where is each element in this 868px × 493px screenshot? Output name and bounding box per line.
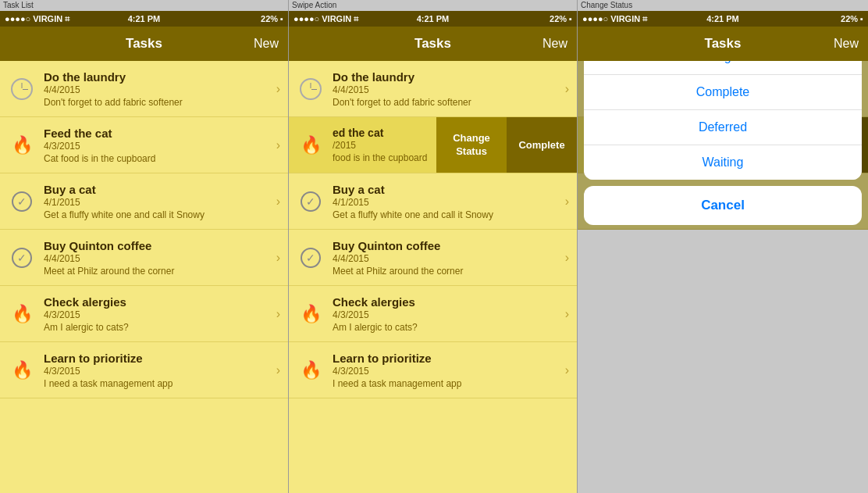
- complete-button-2[interactable]: Complete: [507, 117, 577, 173]
- change-status-overlay: Change Status Not Started In Progress Co…: [578, 61, 868, 230]
- task-row-3[interactable]: ✓ Buy a cat 4/1/2015 Get a fluffy white …: [0, 173, 288, 230]
- task-icon-fire-2: 🔥: [8, 131, 36, 159]
- chevron-6: ›: [276, 363, 280, 377]
- nav-bar-3: Tasks New: [578, 27, 868, 61]
- swipe-fire-icon-6: 🔥: [301, 362, 322, 379]
- nav-title-2: Tasks: [414, 36, 451, 52]
- swipe-task-title-1: Do the laundry: [333, 70, 562, 84]
- battery-pct-3: 22%: [841, 14, 858, 23]
- swipe-fire-icon-2: 🔥: [301, 137, 322, 154]
- task-row-2[interactable]: 🔥 Feed the cat 4/3/2015 Cat food is in t…: [0, 117, 288, 173]
- task-note-1: Don't forget to add fabric softener: [44, 97, 273, 108]
- swipe-clock-icon-1: [300, 78, 322, 100]
- swipe-task-content-6: Learn to prioritize 4/3/2015 I need a ta…: [333, 352, 562, 389]
- task-content-1: Do the laundry 4/4/2015 Don't forget to …: [44, 70, 273, 108]
- action-sheet: Change Status Not Started In Progress Co…: [584, 61, 862, 180]
- swipe-task-icon-4: ✓: [297, 244, 325, 272]
- action-sheet-in-progress[interactable]: In Progress: [584, 61, 862, 75]
- task-content-6: Learn to prioritize 4/3/2015 I need a ta…: [44, 352, 273, 389]
- task-note-5: Am I alergic to cats?: [44, 322, 273, 333]
- swipe-task-icon-6: 🔥: [297, 356, 325, 384]
- swipe-task-row-4[interactable]: ✓ Buy Quinton coffee 4/4/2015 Meet at Ph…: [289, 230, 577, 286]
- task-icon-clock-1: [8, 75, 36, 103]
- action-sheet-deferred[interactable]: Deferred: [584, 110, 862, 145]
- fire-icon-2: 🔥: [12, 137, 33, 154]
- task-title-5: Check alergies: [44, 295, 273, 309]
- swipe-task-note-1: Don't forget to add fabric softener: [333, 97, 562, 108]
- task-list-1: Do the laundry 4/4/2015 Don't forget to …: [0, 61, 288, 493]
- battery-icon-2: ▪: [569, 14, 572, 23]
- swipe-task-row-5[interactable]: 🔥 Check alergies 4/3/2015 Am I alergic t…: [289, 286, 577, 342]
- wifi-icon-2: ⌗: [354, 14, 358, 24]
- swipe-task-icon-5: 🔥: [297, 300, 325, 328]
- nav-title-1: Tasks: [126, 36, 162, 52]
- swipe-chevron-5: ›: [565, 307, 569, 321]
- swipe-fire-icon-5: 🔥: [301, 305, 322, 323]
- task-content-2: Feed the cat 4/3/2015 Cat food is in the…: [44, 127, 273, 164]
- swipe-check-icon-4: ✓: [301, 248, 321, 268]
- cancel-button[interactable]: Cancel: [584, 186, 862, 225]
- fire-icon-6: 🔥: [12, 362, 33, 379]
- new-button-1[interactable]: New: [254, 37, 279, 51]
- task-date-6: 4/3/2015: [44, 366, 273, 377]
- task-list-3: Do the laundry 4/4/2015 Don't forget to …: [578, 61, 868, 230]
- swipe-task-row-1[interactable]: Do the laundry 4/4/2015 Don't forget to …: [289, 61, 577, 117]
- chevron-3: ›: [276, 195, 280, 209]
- new-button-3[interactable]: New: [834, 37, 859, 51]
- check-icon-3: ✓: [12, 191, 32, 212]
- swipe-task-content-1: Do the laundry 4/4/2015 Don't forget to …: [333, 70, 562, 108]
- task-icon-fire-5: 🔥: [8, 300, 36, 328]
- signal-left-3: ●●●●○ VIRGIN ⌗: [582, 14, 647, 24]
- battery-pct: 22%: [261, 14, 278, 23]
- swipe-task-content-4: Buy Quinton coffee 4/4/2015 Meet at Phil…: [333, 239, 562, 277]
- swipe-task-row-3[interactable]: ✓ Buy a cat 4/1/2015 Get a fluffy white …: [289, 173, 577, 230]
- wifi-icon-3: ⌗: [642, 14, 647, 24]
- clock-icon-1: [11, 78, 33, 100]
- screen-label-1: Task List: [0, 0, 288, 11]
- swipe-task-icon-3: ✓: [297, 188, 325, 216]
- task-date-4: 4/4/2015: [44, 253, 273, 264]
- screen-change-status: Change Status ●●●●○ VIRGIN ⌗ 4:21 PM 22%…: [578, 0, 868, 493]
- change-status-button-2[interactable]: Change Status: [436, 117, 507, 173]
- swipe-task-title-5: Check alergies: [333, 295, 562, 309]
- task-row-5[interactable]: 🔥 Check alergies 4/3/2015 Am I alergic t…: [0, 286, 288, 342]
- task-list-2: Do the laundry 4/4/2015 Don't forget to …: [289, 61, 577, 493]
- swipe-task-note-5: Am I alergic to cats?: [333, 322, 562, 333]
- task-date-3: 4/1/2015: [44, 197, 273, 208]
- signal-dots-2: ●●●●○ VIRGIN: [293, 14, 351, 23]
- battery-icon: ▪: [280, 14, 283, 23]
- task-row-1[interactable]: Do the laundry 4/4/2015 Don't forget to …: [0, 61, 288, 117]
- swipe-chevron-1: ›: [565, 82, 569, 96]
- chevron-2: ›: [276, 138, 280, 152]
- swipe-task-row-6[interactable]: 🔥 Learn to prioritize 4/3/2015 I need a …: [289, 342, 577, 398]
- task-note-3: Get a fluffy white one and call it Snowy: [44, 209, 273, 220]
- swipe-task-date-4: 4/4/2015: [333, 253, 562, 264]
- task-title-1: Do the laundry: [44, 70, 273, 84]
- new-button-2[interactable]: New: [542, 37, 567, 51]
- time-display-3: 4:21 PM: [706, 14, 739, 23]
- task-row-4[interactable]: ✓ Buy Quinton coffee 4/4/2015 Meet at Ph…: [0, 230, 288, 286]
- task-date-5: 4/3/2015: [44, 309, 273, 320]
- battery-info: 22% ▪: [261, 14, 283, 23]
- action-sheet-cancel-group: Cancel: [584, 186, 862, 225]
- nav-bar-2: Tasks New: [289, 27, 577, 61]
- time-display-2: 4:21 PM: [417, 14, 450, 23]
- task-icon-check-3: ✓: [8, 188, 36, 216]
- swipe-task-date-1: 4/4/2015: [333, 84, 562, 95]
- swipe-task-row-2-active[interactable]: 🔥 ed the cat /2015 food is in the cupboa…: [289, 117, 577, 173]
- action-sheet-waiting[interactable]: Waiting: [584, 145, 862, 180]
- task-title-2: Feed the cat: [44, 127, 273, 140]
- status-bar-3: ●●●●○ VIRGIN ⌗ 4:21 PM 22% ▪: [578, 11, 868, 27]
- task-row-6[interactable]: 🔥 Learn to prioritize 4/3/2015 I need a …: [0, 342, 288, 398]
- screen-swipe-action: Swipe Action ●●●●○ VIRGIN ⌗ 4:21 PM 22% …: [289, 0, 578, 493]
- nav-title-3: Tasks: [705, 36, 742, 52]
- task-date-2: 4/3/2015: [44, 141, 273, 152]
- screen-label-3: Change Status: [578, 0, 868, 11]
- signal-left: ●●●●○ VIRGIN ⌗: [5, 14, 69, 24]
- wifi-icon: ⌗: [65, 14, 69, 24]
- fire-icon-5: 🔥: [12, 305, 33, 323]
- swipe-chevron-4: ›: [565, 251, 569, 265]
- screen-task-list: Task List ●●●●○ VIRGIN ⌗ 4:21 PM 22% ▪ T…: [0, 0, 289, 493]
- swipe-task-content-5: Check alergies 4/3/2015 Am I alergic to …: [333, 295, 562, 333]
- action-sheet-complete[interactable]: Complete: [584, 75, 862, 110]
